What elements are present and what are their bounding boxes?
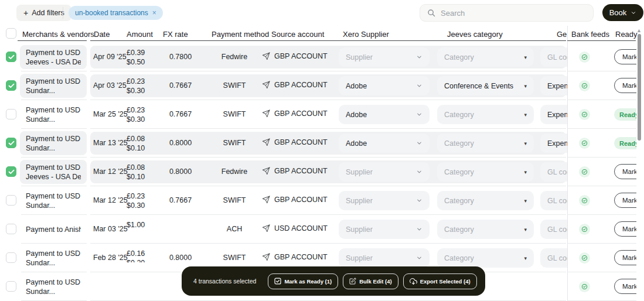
chevron-down-icon	[416, 140, 422, 146]
fx-rate-cell: 0.7800	[162, 53, 199, 61]
row-checkbox[interactable]	[6, 52, 16, 62]
row-checkbox[interactable]	[6, 109, 16, 119]
mark-as-ready-button[interactable]: Mark as Ready	[614, 193, 636, 208]
jeeves-category-dropdown[interactable]: Category ▾	[437, 47, 534, 67]
mark-as-ready-bulk-button[interactable]: Mark as Ready (1)	[268, 273, 338, 289]
search-box[interactable]	[420, 4, 594, 22]
pinned-row-cells: Ready to book	[568, 129, 636, 158]
row-checkbox[interactable]	[6, 252, 16, 263]
jeeves-category-dropdown[interactable]: Category ▾	[437, 220, 534, 239]
row-checkbox[interactable]	[6, 281, 16, 292]
merchant-cell[interactable]: Payment to USD - Sundar...	[20, 246, 87, 270]
xero-supplier-dropdown[interactable]: Adobe	[339, 76, 430, 95]
bulk-edit-button[interactable]: Bulk Edit (4)	[343, 273, 398, 289]
dropdown-arrow-icon: ▾	[524, 83, 527, 89]
dropdown-arrow-icon: ▾	[524, 141, 527, 146]
fx-rate-cell: 0.7667	[162, 196, 199, 204]
merchant-cell[interactable]: Payment to USD - Sundar...	[20, 275, 87, 299]
merchant-cell[interactable]: Payment to USD - Sundar...	[20, 74, 87, 98]
selection-summary: 4 transactions selected	[193, 278, 256, 285]
column-header-general-ledger: General ledger	[557, 30, 567, 39]
jeeves-category-dropdown[interactable]: Category ▾	[437, 191, 534, 210]
xero-supplier-dropdown[interactable]: Supplier	[339, 47, 430, 67]
chip-close-icon[interactable]: ×	[152, 9, 156, 17]
row-checkbox[interactable]	[6, 166, 16, 177]
send-icon	[262, 196, 270, 204]
source-account-cell: GBP ACCOUNT	[262, 81, 328, 89]
dropdown-arrow-icon: ▾	[524, 54, 527, 60]
date-cell: Feb 28 '25	[93, 254, 128, 262]
book-button[interactable]: Book	[602, 4, 643, 21]
send-icon	[262, 253, 270, 261]
row-checkbox[interactable]	[6, 195, 16, 206]
row-checkbox[interactable]	[6, 80, 16, 91]
jeeves-category-dropdown[interactable]: Category ▾	[437, 248, 534, 268]
payment-method-cell: Fedwire	[206, 167, 263, 176]
merchant-cell[interactable]: Payment to USD - Sundar...	[20, 189, 87, 213]
select-all-checkbox[interactable]	[6, 28, 16, 39]
merchant-cell[interactable]: Payment to USD - Jeeves - USA Demo ...	[20, 160, 87, 184]
source-account-cell: GBP ACCOUNT	[262, 196, 328, 204]
toolbar-divider	[63, 7, 63, 19]
bank-feed-status-icon	[579, 281, 590, 292]
merchant-cell[interactable]: Payment to Anish	[20, 217, 87, 241]
bank-feed-status-icon	[579, 252, 590, 264]
pinned-row-cells: Mark as Ready	[568, 186, 636, 215]
pinned-row-cells: Ready to book	[568, 100, 636, 129]
mark-as-ready-button[interactable]: Mark as Ready	[614, 250, 636, 265]
column-header-bank-feeds: Bank feeds	[571, 30, 609, 39]
search-icon	[427, 9, 435, 17]
mark-as-ready-button[interactable]: Mark as Ready	[614, 49, 636, 64]
scroll-up-arrow-icon[interactable]: ▲	[636, 28, 642, 33]
amount-cell: £0.23 $0.30	[127, 77, 145, 95]
book-label: Book	[609, 8, 627, 17]
merchant-cell[interactable]: Payment to USD - Jeeves - USA Demo ...	[20, 45, 87, 69]
bank-feed-status-icon	[579, 109, 590, 120]
check-square-icon	[274, 278, 281, 285]
fx-rate-cell: 0.7667	[162, 81, 199, 90]
row-checkbox[interactable]	[6, 138, 16, 148]
jeeves-category-dropdown[interactable]: Category ▾	[437, 134, 534, 153]
bank-feed-status-icon	[579, 195, 590, 206]
payment-method-cell: SWIFT	[206, 110, 263, 118]
search-input[interactable]	[441, 9, 586, 18]
mark-as-ready-button[interactable]: Mark as Ready	[614, 221, 636, 237]
pinned-row-cells: Mark as Ready	[568, 215, 636, 244]
xero-supplier-dropdown[interactable]: Supplier	[339, 162, 430, 182]
payment-method-cell: Fedwire	[206, 53, 263, 61]
filter-chip-unbooked[interactable]: un-booked transactions ×	[69, 6, 163, 20]
ready-badge: Ready to book	[614, 108, 636, 121]
chevron-down-icon	[416, 54, 422, 60]
xero-supplier-dropdown[interactable]: Adobe	[339, 134, 430, 153]
chevron-down-icon	[631, 10, 636, 16]
jeeves-category-dropdown[interactable]: Category ▾	[437, 162, 534, 182]
mark-as-ready-button[interactable]: Mark as Ready	[614, 78, 636, 93]
xero-supplier-dropdown[interactable]: Adobe	[339, 105, 430, 124]
merchant-cell[interactable]: Payment to USD - Sundar...	[20, 102, 87, 126]
date-cell: Mar 12 '25	[93, 167, 128, 176]
dropdown-arrow-icon: ▾	[524, 227, 527, 232]
table-row: Payment to USD - Jeeves - USA Demo ... M…	[0, 158, 644, 186]
fx-rate-cell: 0.7667	[162, 110, 199, 118]
table-row: Payment to USD - Sundar... Apr 03 '25 £0…	[0, 71, 644, 100]
selection-action-bar: 4 transactions selected Mark as Ready (1…	[182, 266, 485, 296]
date-cell: Mar 12 '25	[93, 196, 128, 204]
transactions-page: + Add filters un-booked transactions × B…	[0, 0, 644, 301]
row-checkbox[interactable]	[6, 224, 16, 234]
merchant-cell[interactable]: Payment to USD - Sundar...	[20, 131, 87, 155]
jeeves-category-dropdown[interactable]: Category ▾	[437, 105, 534, 124]
xero-supplier-dropdown[interactable]: Supplier	[339, 220, 430, 239]
jeeves-category-dropdown[interactable]: Conference & Events ▾	[437, 76, 534, 95]
xero-supplier-dropdown[interactable]: Supplier	[339, 191, 430, 210]
chevron-down-icon	[416, 169, 422, 175]
payment-method-cell: SWIFT	[206, 139, 263, 147]
vertical-scrollbar-thumb[interactable]	[638, 34, 641, 141]
xero-supplier-dropdown[interactable]: Supplier	[339, 248, 430, 268]
fx-rate-cell: 0.8000	[162, 139, 199, 147]
fx-rate-cell: 0.8000	[162, 254, 199, 262]
table-row: Payment to USD - Sundar... Mar 25 '25 £0…	[0, 100, 644, 129]
export-selected-button[interactable]: Export Selected (4)	[403, 273, 477, 289]
send-icon	[262, 138, 270, 146]
mark-as-ready-button[interactable]: Mark as Ready	[614, 164, 636, 179]
mark-as-ready-button[interactable]: Mark as Ready	[614, 279, 636, 294]
